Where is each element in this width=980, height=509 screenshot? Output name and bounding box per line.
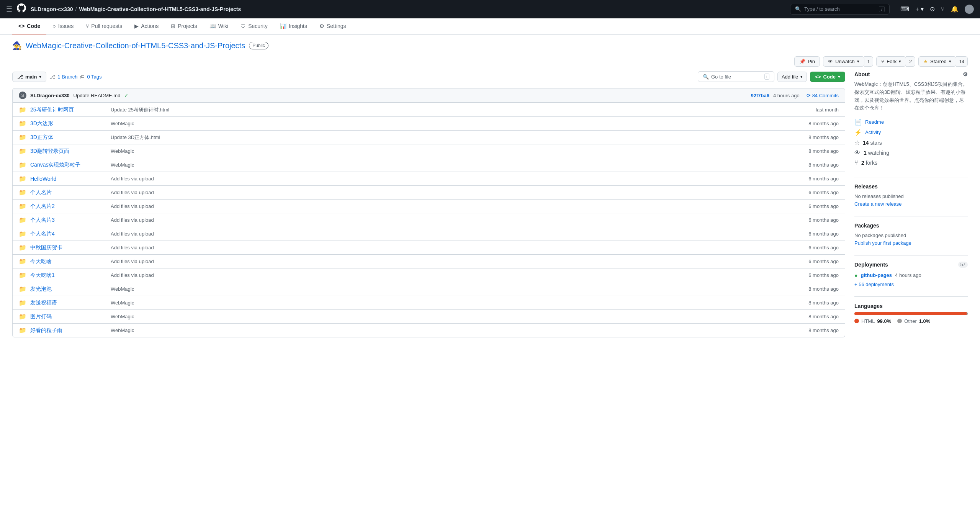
fork-count[interactable]: 2 xyxy=(906,56,915,67)
publish-package-link[interactable]: Publish your first package xyxy=(854,240,911,246)
file-name-link[interactable]: 个人名片 xyxy=(30,189,107,196)
shortcut-t-hint: t xyxy=(764,74,769,80)
file-name-link[interactable]: 好看的粒子雨 xyxy=(30,327,107,334)
file-name-link[interactable]: 今天吃啥1 xyxy=(30,272,107,279)
file-time: last month xyxy=(816,107,839,113)
file-name-link[interactable]: 今天吃啥 xyxy=(30,258,107,265)
branch-count-link[interactable]: 1 Branch xyxy=(57,74,77,80)
table-row: 📁 个人名片3 Add files via upload 6 months ag… xyxy=(13,213,845,227)
watch-count[interactable]: 1 xyxy=(864,56,874,67)
pin-button[interactable]: 📌 Pin xyxy=(794,56,820,67)
table-row: 📁 中秋国庆贺卡 Add files via upload 6 months a… xyxy=(13,241,845,254)
tab-wiki[interactable]: 📖 Wiki xyxy=(203,18,234,34)
file-name-link[interactable]: 中秋国庆贺卡 xyxy=(30,244,107,251)
branch-selector[interactable]: ⎇ main ▾ xyxy=(12,72,46,82)
search-icon-small: 🔍 xyxy=(703,74,709,80)
tab-actions[interactable]: ▶ Actions xyxy=(128,18,165,34)
settings-tab-icon: ⚙ xyxy=(319,23,324,29)
file-commit-message: Add files via upload xyxy=(111,176,805,182)
go-to-file-input[interactable]: 🔍 Go to file t xyxy=(698,71,774,82)
settings-tab-label: Settings xyxy=(327,23,346,29)
search-bar[interactable]: 🔍 Type / to search / xyxy=(790,4,890,15)
insights-tab-icon: 📊 xyxy=(280,23,286,29)
tab-settings[interactable]: ⚙ Settings xyxy=(313,18,352,34)
file-commit-message: Add files via upload xyxy=(111,245,805,250)
table-row: 📁 发光泡泡 WebMagic 8 months ago xyxy=(13,282,845,296)
fork-button[interactable]: ⑂ Fork ▾ xyxy=(876,56,906,67)
breadcrumb: SLDragon-cx330 / WebMagic-Creative-Colle… xyxy=(31,6,241,12)
file-commit-message: WebMagic xyxy=(111,148,805,154)
projects-tab-icon: ⊞ xyxy=(171,23,175,29)
file-name-link[interactable]: 3D六边形 xyxy=(30,120,107,127)
file-name-link[interactable]: Canvas实现炫彩粒子 xyxy=(30,162,107,169)
folder-icon: 📁 xyxy=(19,272,26,279)
add-file-button[interactable]: Add file ▾ xyxy=(777,72,807,82)
languages-section: Languages HTML 99.0% Other 1.0% xyxy=(854,303,968,324)
plus-icon[interactable]: + ▾ xyxy=(915,5,924,13)
tab-insights[interactable]: 📊 Insights xyxy=(274,18,313,34)
file-name-link[interactable]: 个人名片4 xyxy=(30,231,107,237)
deploy-name-link[interactable]: github-pages xyxy=(861,272,892,278)
file-name-link[interactable]: 3D正方体 xyxy=(30,134,107,141)
file-commit-message: Update 25考研倒计时.html xyxy=(111,106,812,113)
stars-stat: ☆ 14 stars xyxy=(854,137,968,148)
commit-hash-link[interactable]: 92f7ba6 xyxy=(751,93,769,98)
tab-issues[interactable]: ○ Issues xyxy=(46,18,80,34)
star-count[interactable]: 14 xyxy=(956,56,968,67)
file-name-link[interactable]: 25考研倒计时网页 xyxy=(30,106,107,113)
html-lang-item[interactable]: HTML 99.0% xyxy=(854,318,891,324)
file-name-link[interactable]: 图片打码 xyxy=(30,313,107,320)
commit-author-link[interactable]: SLDragon-cx330 xyxy=(30,93,70,98)
file-name-link[interactable]: HelloWorld xyxy=(30,176,107,182)
terminal-icon[interactable]: ⌨ xyxy=(900,5,909,13)
file-name-link[interactable]: 个人名片2 xyxy=(30,203,107,210)
table-row: 📁 3D六边形 WebMagic 8 months ago xyxy=(13,116,845,130)
file-commit-message: WebMagic xyxy=(111,162,805,168)
table-row: 📁 今天吃啥1 Add files via upload 6 months ag… xyxy=(13,268,845,282)
file-name-link[interactable]: 发光泡泡 xyxy=(30,286,107,293)
file-name-link[interactable]: 3D翻转登录页面 xyxy=(30,148,107,155)
avatar[interactable] xyxy=(965,5,974,14)
create-release-link[interactable]: Create a new release xyxy=(854,201,902,207)
tab-security[interactable]: 🛡 Security xyxy=(234,18,274,34)
code-icon: <> xyxy=(815,74,821,80)
folder-icon: 📁 xyxy=(19,189,26,196)
fork-chevron-icon: ▾ xyxy=(899,59,901,64)
about-settings-icon[interactable]: ⚙ xyxy=(963,71,968,77)
unwatch-button[interactable]: 👁 Unwatch ▾ xyxy=(823,56,864,67)
file-time: 8 months ago xyxy=(808,286,839,292)
other-lang-item[interactable]: Other 1.0% xyxy=(897,318,930,324)
issues-icon[interactable]: ⊙ xyxy=(930,5,935,13)
file-name-link[interactable]: 个人名片3 xyxy=(30,217,107,224)
commit-status-check: ✓ xyxy=(124,92,129,98)
more-deployments-link[interactable]: + 56 deployments xyxy=(854,282,968,287)
file-name-link[interactable]: 发送祝福语 xyxy=(30,300,107,306)
forks-count: 2 forks xyxy=(861,160,877,166)
commits-count-link[interactable]: ⟳ 84 Commits xyxy=(807,93,839,98)
code-button[interactable]: <> Code ▾ xyxy=(810,72,845,82)
hamburger-icon[interactable]: ☰ xyxy=(6,5,12,13)
search-slash-hint: / xyxy=(879,6,885,12)
readme-link[interactable]: Readme xyxy=(865,119,884,125)
breadcrumb-user[interactable]: SLDragon-cx330 xyxy=(31,6,73,12)
deploy-time: 4 hours ago xyxy=(895,272,921,278)
folder-icon: 📁 xyxy=(19,216,26,224)
folder-icon: 📁 xyxy=(19,147,26,155)
notifications-icon[interactable]: 🔔 xyxy=(951,5,959,13)
tab-projects[interactable]: ⊞ Projects xyxy=(165,18,203,34)
pr-icon[interactable]: ⑂ xyxy=(941,6,945,13)
activity-link[interactable]: Activity xyxy=(865,129,881,135)
tag-count-link[interactable]: 0 Tags xyxy=(87,74,101,80)
tab-pull-requests[interactable]: ⑂ Pull requests xyxy=(80,18,128,34)
file-commit-message: Add files via upload xyxy=(111,217,805,223)
star-button[interactable]: ★ Starred ▾ xyxy=(918,56,956,67)
pr-tab-label: Pull requests xyxy=(91,23,122,29)
star-icon: ★ xyxy=(923,59,928,64)
about-section: About ⚙ WebMagic：创意HTML5、CSS3和JS项目的集合。探索… xyxy=(854,71,968,168)
github-logo[interactable] xyxy=(17,3,26,15)
repo-title[interactable]: WebMagic-Creative-Collection-of-HTML5-CS… xyxy=(26,41,245,50)
tab-code[interactable]: <> Code xyxy=(12,18,46,34)
deployments-section: Deployments 57 ● github-pages 4 hours ag… xyxy=(854,262,968,287)
deployments-count: 57 xyxy=(958,262,968,268)
breadcrumb-repo[interactable]: WebMagic-Creative-Collection-of-HTML5-CS… xyxy=(79,6,241,12)
